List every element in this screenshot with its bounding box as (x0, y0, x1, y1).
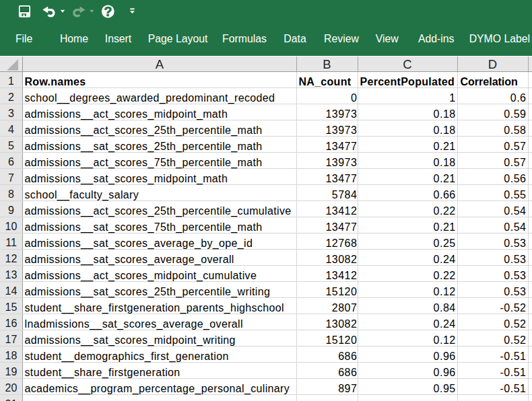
svg-text:?: ? (104, 4, 112, 19)
